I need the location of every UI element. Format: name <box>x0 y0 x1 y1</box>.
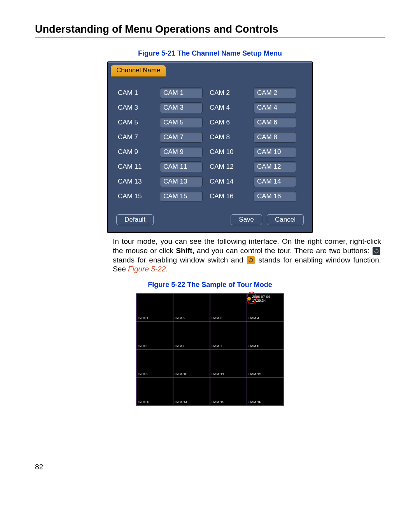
channel-input[interactable]: CAM 15 <box>160 191 203 202</box>
channel-label: CAM 4 <box>210 104 247 112</box>
channel-label: CAM 15 <box>118 192 153 200</box>
channel-label: CAM 6 <box>210 119 247 126</box>
channel-label: CAM 14 <box>210 178 247 185</box>
window-function-icon <box>247 256 255 264</box>
window-switch-icon <box>373 247 380 255</box>
panel-grid: CAM 1 CAM 1 CAM 2 CAM 2 CAM 3 CAM 3 CAM … <box>111 77 309 208</box>
channel-label: CAM 3 <box>118 104 153 112</box>
channel-input[interactable]: CAM 14 <box>254 176 296 187</box>
tour-cell: CAM 13 <box>136 377 173 405</box>
channel-label: CAM 13 <box>118 178 153 185</box>
tour-cell-label: CAM 13 <box>138 400 150 404</box>
tour-cell: CAM 15 <box>210 377 247 405</box>
channel-label: CAM 5 <box>118 119 153 126</box>
channel-label: CAM 11 <box>118 163 153 171</box>
channel-label: CAM 2 <box>210 89 247 97</box>
panel-button-row: Default Save Cancel <box>111 208 309 225</box>
tour-cell-label: CAM 5 <box>138 344 149 348</box>
figure-reference: Figure 5-22 <box>128 265 166 273</box>
tour-cell-label: CAM 7 <box>212 344 222 348</box>
channel-input[interactable]: CAM 6 <box>254 117 296 128</box>
channel-input[interactable]: CAM 7 <box>160 132 203 143</box>
tour-cell: CAM 5 <box>136 321 173 349</box>
tour-indicator-icon <box>247 297 251 301</box>
channel-input[interactable]: CAM 2 <box>254 87 296 98</box>
tour-cell-label: CAM 2 <box>175 316 186 320</box>
channel-input[interactable]: CAM 3 <box>160 102 203 113</box>
channel-label: CAM 16 <box>210 192 247 200</box>
tour-cell: CAM 10 <box>173 349 210 377</box>
channel-input[interactable]: CAM 11 <box>160 161 203 172</box>
figure-5-21-caption: Figure 5-21 The Channel Name Setup Menu <box>35 49 385 58</box>
tour-cell-label: CAM 3 <box>212 316 222 320</box>
tour-cell-label: CAM 14 <box>175 400 187 404</box>
default-button[interactable]: Default <box>116 214 154 225</box>
tour-cell-label: CAM 12 <box>248 372 261 376</box>
tour-timestamp: 2006-07-04 17:29:34 <box>247 295 282 303</box>
tour-cell-label: CAM 11 <box>212 372 224 376</box>
tour-mode-paragraph: In tour mode, you can see the following … <box>113 237 381 274</box>
tour-cell: CAM 11 <box>210 349 247 377</box>
channel-name-panel: Channel Name CAM 1 CAM 1 CAM 2 CAM 2 CAM… <box>107 61 313 233</box>
tour-cell-label: CAM 6 <box>175 344 186 348</box>
cancel-button[interactable]: Cancel <box>267 214 304 225</box>
para-text: . <box>166 265 168 273</box>
para-text: , and you can control the tour. There ar… <box>192 247 372 255</box>
channel-label: CAM 7 <box>118 133 153 141</box>
channel-label: CAM 9 <box>118 148 153 156</box>
tour-cell-label: CAM 1 <box>138 316 149 320</box>
para-text: stands for enabling window switch and <box>113 256 246 264</box>
shift-word: Shift <box>176 247 192 255</box>
tour-cell-label: CAM 8 <box>248 344 259 348</box>
tour-cell: CAM 12 <box>247 349 284 377</box>
channel-input[interactable]: CAM 9 <box>160 147 203 157</box>
tour-cell: 2006-07-04 17:29:34 CAM 4 <box>247 293 284 321</box>
tour-mode-figure: CAM 1 CAM 2 CAM 3 2006-07-04 17:29:34 CA… <box>136 293 284 406</box>
section-heading: Understanding of Menu Operations and Con… <box>35 23 385 38</box>
tour-cell: CAM 3 <box>210 293 247 321</box>
channel-input[interactable]: CAM 4 <box>254 102 296 113</box>
tour-cell: CAM 1 <box>136 293 173 321</box>
channel-label: CAM 12 <box>210 163 247 171</box>
page-number: 82 <box>35 463 43 471</box>
tour-cell: CAM 16 <box>247 377 284 405</box>
tour-cell-label: CAM 9 <box>138 372 149 376</box>
channel-input[interactable]: CAM 16 <box>254 191 296 202</box>
save-button[interactable]: Save <box>231 214 262 225</box>
channel-label: CAM 8 <box>210 133 247 141</box>
channel-label: CAM 1 <box>118 89 153 97</box>
channel-label: CAM 10 <box>210 148 247 156</box>
tour-cell: CAM 6 <box>173 321 210 349</box>
tour-cell: CAM 7 <box>210 321 247 349</box>
tour-cell-label: CAM 15 <box>212 400 224 404</box>
tour-cell: CAM 8 <box>247 321 284 349</box>
channel-input[interactable]: CAM 13 <box>160 176 203 187</box>
tour-cell-label: CAM 10 <box>175 372 187 376</box>
panel-tab[interactable]: Channel Name <box>111 65 166 77</box>
tour-cell: CAM 9 <box>136 349 173 377</box>
tour-cell-label: CAM 4 <box>248 316 259 320</box>
channel-input[interactable]: CAM 12 <box>254 161 296 172</box>
tour-cell: CAM 14 <box>173 377 210 405</box>
channel-input[interactable]: CAM 1 <box>160 87 203 98</box>
figure-5-22-caption: Figure 5-22 The Sample of Tour Mode <box>35 281 385 289</box>
tour-cell: CAM 2 <box>173 293 210 321</box>
tour-cell-label: CAM 16 <box>248 400 261 404</box>
channel-input[interactable]: CAM 8 <box>254 132 296 143</box>
channel-input[interactable]: CAM 10 <box>254 147 296 157</box>
channel-input[interactable]: CAM 5 <box>160 117 203 128</box>
timestamp-text: 2006-07-04 17:29:34 <box>252 295 282 303</box>
